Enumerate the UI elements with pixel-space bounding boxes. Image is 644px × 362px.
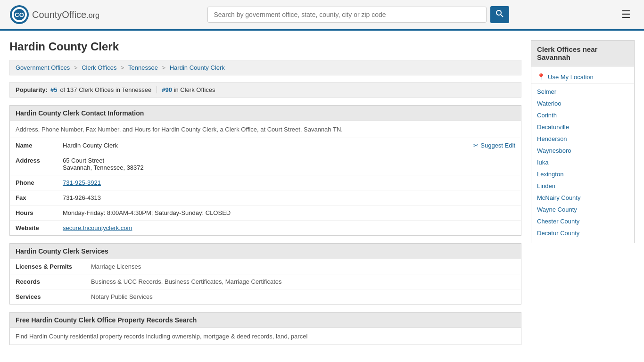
breadcrumb-sep-3: > — [162, 64, 166, 71]
services-label-2: Services — [16, 293, 91, 300]
property-section-header: Free Hardin County Clerk Office Property… — [9, 312, 521, 328]
popularity-national-rank: #90 — [162, 86, 172, 93]
menu-button[interactable]: ☰ — [618, 7, 635, 23]
name-label: Name — [16, 142, 63, 149]
page-title: Hardin County Clerk — [9, 40, 521, 53]
svg-point-4 — [496, 10, 501, 15]
breadcrumb-sep-1: > — [74, 64, 78, 71]
content: Hardin County Clerk Government Offices >… — [9, 40, 521, 345]
popularity-bar: Popularity: #5 of 137 Clerk Offices in T… — [9, 82, 521, 98]
popularity-national: in Clerk Offices — [174, 86, 215, 93]
contact-description: Address, Phone Number, Fax Number, and H… — [10, 121, 521, 138]
services-section-header: Hardin County Clerk Services — [9, 243, 521, 259]
sidebar-link-corinth[interactable]: Corinth — [531, 109, 634, 121]
sidebar-link-waynesboro[interactable]: Waynesboro — [531, 145, 634, 156]
address-line2: Savannah, Tennessee, 38372 — [63, 164, 515, 171]
address-label: Address — [16, 157, 63, 164]
contact-phone-row: Phone 731-925-3921 — [10, 175, 521, 190]
contact-address-row: Address 65 Court Street Savannah, Tennes… — [10, 153, 521, 175]
logo-text: CountyOffice.org — [32, 9, 99, 20]
property-section: Find Hardin County residential property … — [9, 328, 521, 345]
search-icon — [496, 10, 504, 17]
contact-website-row: Website secure.tncountyclerk.com — [10, 221, 521, 235]
use-location-label: Use My Location — [548, 74, 594, 81]
website-value: secure.tncountyclerk.com — [63, 224, 515, 231]
fax-label: Fax — [16, 194, 63, 201]
website-label: Website — [16, 224, 63, 231]
services-label-1: Records — [16, 278, 91, 285]
sidebar-link-decatur[interactable]: Decatur County — [531, 227, 634, 239]
services-value-2: Notary Public Services — [91, 293, 515, 300]
services-value-1: Business & UCC Records, Business Certifi… — [91, 278, 515, 285]
svg-line-5 — [501, 15, 503, 17]
sidebar-link-waterloo[interactable]: Waterloo — [531, 98, 634, 109]
sidebar: Clerk Offices near Savannah 📍 Use My Loc… — [531, 40, 635, 345]
suggest-edit-icon: ✂ — [473, 142, 479, 149]
logo-icon: CO — [9, 5, 29, 25]
services-row-1: Records Business & UCC Records, Business… — [10, 274, 521, 289]
phone-value: 731-925-3921 — [63, 179, 515, 186]
breadcrumb-link-clerk[interactable]: Clerk Offices — [82, 64, 116, 71]
breadcrumb-sep-2: > — [121, 64, 124, 71]
svg-text:CO: CO — [15, 11, 24, 18]
services-row-0: Licenses & Permits Marriage Licenses — [10, 259, 521, 274]
sidebar-link-henderson[interactable]: Henderson — [531, 133, 634, 145]
sidebar-link-decaturville[interactable]: Decaturville — [531, 121, 634, 133]
location-pin-icon: 📍 — [537, 73, 545, 81]
contact-fax-row: Fax 731-926-4313 — [10, 190, 521, 206]
main-container: Hardin County Clerk Government Offices >… — [0, 31, 644, 354]
contact-hours-row: Hours Monday-Friday: 8:00AM-4:30PM; Satu… — [10, 206, 521, 221]
contact-name-row: Name Hardin County Clerk ✂ Suggest Edit — [10, 138, 521, 153]
search-input[interactable] — [207, 7, 487, 23]
address-value: 65 Court Street Savannah, Tennessee, 383… — [63, 157, 515, 171]
sidebar-link-iuka[interactable]: Iuka — [531, 156, 634, 168]
services-row-2: Services Notary Public Services — [10, 289, 521, 304]
contact-section: Address, Phone Number, Fax Number, and H… — [9, 121, 521, 236]
sidebar-link-chester[interactable]: Chester County — [531, 215, 634, 227]
hours-value: Monday-Friday: 8:00AM-4:30PM; Saturday-S… — [63, 209, 515, 216]
services-label-0: Licenses & Permits — [16, 263, 91, 270]
sidebar-link-linden[interactable]: Linden — [531, 180, 634, 192]
sidebar-link-selmer[interactable]: Selmer — [531, 86, 634, 98]
website-link[interactable]: secure.tncountyclerk.com — [63, 224, 132, 231]
hamburger-icon: ☰ — [621, 8, 631, 20]
popularity-total: of 137 Clerk Offices in Tennessee — [60, 86, 151, 93]
contact-section-header: Hardin County Clerk Contact Information — [9, 105, 521, 121]
suggest-edit-label: Suggest Edit — [480, 142, 515, 149]
services-value-0: Marriage Licenses — [91, 263, 515, 270]
breadcrumb-link-gov[interactable]: Government Offices — [16, 64, 70, 71]
sidebar-content: 📍 Use My Location Selmer Waterloo Corint… — [531, 66, 635, 243]
logo-area: CO CountyOffice.org — [9, 5, 99, 25]
sidebar-link-wayne[interactable]: Wayne County — [531, 204, 634, 215]
sidebar-link-mcnairy[interactable]: McNairy County — [531, 192, 634, 204]
sidebar-link-lexington[interactable]: Lexington — [531, 168, 634, 180]
use-my-location-link[interactable]: 📍 Use My Location — [531, 70, 634, 84]
search-area — [207, 6, 509, 23]
property-text: Find Hardin County residential property … — [10, 328, 521, 345]
breadcrumb: Government Offices > Clerk Offices > Ten… — [9, 60, 521, 75]
search-button[interactable] — [490, 6, 509, 23]
breadcrumb-link-tn[interactable]: Tennessee — [128, 64, 158, 71]
name-value: Hardin County Clerk — [63, 142, 473, 149]
suggest-edit-link[interactable]: ✂ Suggest Edit — [473, 142, 515, 149]
popularity-label: Popularity: — [16, 86, 48, 93]
header: CO CountyOffice.org ☰ — [0, 0, 644, 31]
sidebar-header: Clerk Offices near Savannah — [531, 40, 635, 66]
fax-value: 731-926-4313 — [63, 194, 515, 201]
popularity-rank: #5 — [50, 86, 57, 93]
breadcrumb-link-current[interactable]: Hardin County Clerk — [170, 64, 225, 71]
services-section: Licenses & Permits Marriage Licenses Rec… — [9, 259, 521, 304]
address-line1: 65 Court Street — [63, 157, 515, 164]
hours-label: Hours — [16, 209, 63, 216]
popularity-divider: #90 in Clerk Offices — [157, 86, 215, 93]
phone-label: Phone — [16, 179, 63, 186]
phone-link[interactable]: 731-925-3921 — [63, 179, 101, 186]
